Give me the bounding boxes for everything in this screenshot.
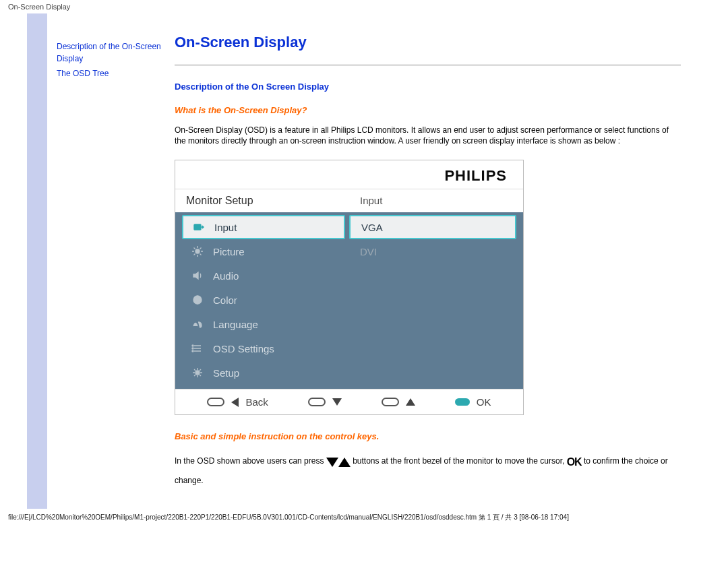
sidebar-link-osd-tree[interactable]: The OSD Tree — [57, 67, 166, 80]
osd-footer: Back OK — [175, 389, 523, 414]
page-container: Description of the On-Screen Display The… — [27, 13, 701, 509]
osd-nav-back[interactable]: Back — [207, 396, 268, 408]
svg-point-6 — [195, 371, 200, 375]
subheading-instructions: Basic and simple instruction on the cont… — [175, 431, 681, 441]
osd-option-label: DVI — [360, 246, 377, 257]
button-pill-icon — [382, 398, 399, 406]
button-pill-icon — [308, 398, 326, 406]
left-accent-bar — [27, 13, 47, 509]
osd-right-column: VGA DVI — [349, 212, 523, 389]
osd-item-label: Audio — [213, 270, 239, 282]
svg-point-4 — [192, 348, 193, 349]
section-heading-description: Description of the On Screen Display — [175, 82, 681, 92]
svg-point-1 — [195, 249, 200, 253]
osd-item-picture[interactable]: Picture — [182, 239, 345, 263]
sun-icon — [191, 245, 204, 257]
instruction-text-b: buttons at the front bezel of the monito… — [353, 457, 564, 466]
page-title: On-Screen Display — [175, 34, 681, 51]
osd-item-label: Color — [213, 294, 237, 306]
language-icon — [191, 318, 204, 330]
osd-nav-ok[interactable]: OK — [455, 396, 491, 408]
osd-nav-down[interactable] — [308, 398, 342, 406]
osd-option-label: VGA — [361, 222, 383, 233]
osd-item-label: OSD Settings — [213, 343, 274, 354]
subheading-what-is-osd: What is the On-Screen Display? — [175, 105, 681, 115]
osd-item-label: Language — [213, 319, 258, 330]
osd-screenshot: PHILIPS Monitor Setup Input Input — [175, 160, 524, 415]
button-pill-filled-icon — [455, 398, 470, 406]
osd-item-audio[interactable]: Audio — [182, 263, 345, 288]
philips-logo: PHILIPS — [444, 167, 507, 184]
intro-paragraph: On-Screen Display (OSD) is a feature in … — [175, 125, 681, 146]
svg-rect-0 — [194, 224, 201, 230]
osd-item-setup[interactable]: Setup — [182, 361, 345, 385]
speaker-icon — [191, 270, 204, 282]
osd-back-label: Back — [245, 396, 268, 408]
osd-header-row: Monitor Setup Input — [175, 189, 523, 212]
instruction-paragraph: In the OSD shown above users can press b… — [175, 451, 681, 489]
input-icon — [193, 221, 205, 233]
osd-option-vga[interactable]: VGA — [349, 215, 516, 239]
footer-file-path: file:///E|/LCD%20Monitor%20OEM/Philips/M… — [0, 509, 728, 529]
button-pill-icon — [207, 398, 224, 406]
svg-point-5 — [192, 350, 193, 352]
arrow-up-icon — [406, 398, 415, 406]
osd-item-color[interactable]: Color — [182, 288, 345, 312]
sidebar-link-description[interactable]: Description of the On-Screen Display — [57, 40, 166, 65]
divider — [175, 65, 681, 65]
osd-item-label: Setup — [213, 367, 239, 379]
globe-icon — [191, 294, 204, 306]
main-content: On-Screen Display Description of the On … — [172, 13, 701, 509]
sidebar: Description of the On-Screen Display The… — [47, 13, 172, 509]
osd-item-label: Input — [214, 222, 237, 233]
osd-item-language[interactable]: Language — [182, 312, 345, 336]
osd-item-label: Picture — [213, 246, 245, 257]
gear-icon — [191, 367, 204, 379]
osd-header-left: Monitor Setup — [175, 189, 349, 212]
osd-left-column: Input Picture Audio — [175, 212, 349, 389]
osd-item-input[interactable]: Input — [182, 215, 345, 239]
arrow-left-icon — [231, 398, 239, 407]
arrow-up-icon — [338, 458, 351, 467]
arrow-down-icon — [326, 458, 338, 467]
osd-header-right: Input — [349, 189, 523, 212]
osd-item-osd-settings[interactable]: OSD Settings — [182, 336, 345, 361]
ok-glyph: OK — [567, 451, 582, 473]
list-icon — [191, 342, 204, 354]
osd-brand-bar: PHILIPS — [175, 160, 523, 189]
window-title: On-Screen Display — [0, 0, 728, 13]
osd-option-dvi[interactable]: DVI — [349, 239, 516, 263]
osd-ok-label: OK — [477, 396, 491, 408]
instruction-text-a: In the OSD shown above users can press — [175, 457, 324, 466]
osd-nav-up[interactable] — [382, 398, 415, 406]
svg-point-3 — [192, 345, 193, 346]
arrow-down-icon — [332, 398, 342, 406]
osd-body: Input Picture Audio — [175, 212, 523, 389]
